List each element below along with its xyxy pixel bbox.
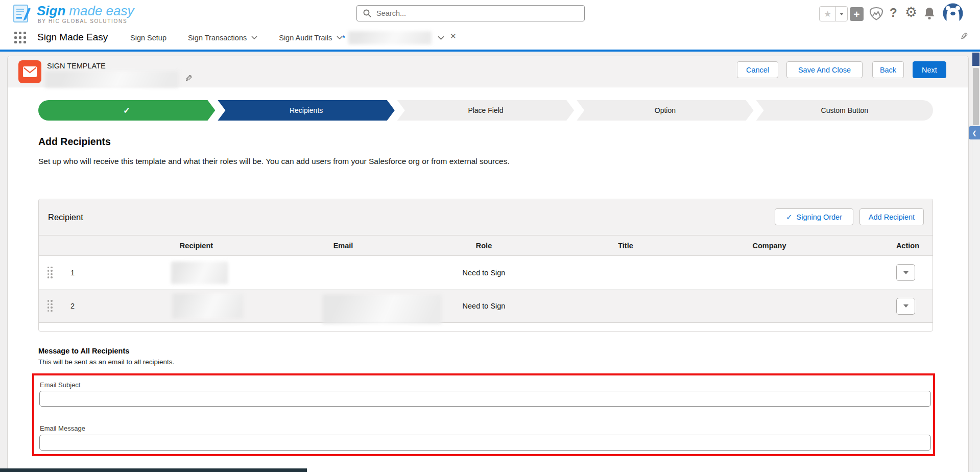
recipient-panel-header: Recipient ✓ Signing Order Add Recipient bbox=[39, 199, 933, 235]
question-glyph: ? bbox=[890, 6, 897, 20]
tab-label: Sign Audit Trails bbox=[279, 34, 332, 42]
column-title: Title bbox=[618, 242, 633, 250]
message-section-title: Message to All Recipients bbox=[38, 347, 129, 355]
add-recipient-button[interactable]: Add Recipient bbox=[859, 208, 924, 225]
message-section-subtitle: This will be sent as an email to all rec… bbox=[38, 358, 174, 366]
template-entity-icon bbox=[18, 60, 41, 83]
search-icon bbox=[363, 9, 371, 17]
app-name: Sign Made Easy bbox=[37, 32, 108, 43]
back-button[interactable]: Back bbox=[872, 61, 904, 78]
row-order: 2 bbox=[70, 302, 75, 310]
setup-gear-icon[interactable]: ⚙ bbox=[905, 4, 917, 20]
recipient-row-2: 2 Need to Sign bbox=[39, 290, 933, 323]
global-header: Signmade easy BY HIC GLOBAL SOLUTIONS ★ … bbox=[0, 0, 980, 26]
entity-label: SIGN TEMPLATE bbox=[47, 62, 106, 70]
chevron-left-icon: ❮ bbox=[972, 130, 976, 136]
edit-record-pencil-icon[interactable]: ✎ bbox=[185, 73, 193, 84]
drag-handle-icon[interactable] bbox=[47, 300, 53, 312]
app-nav-bar: Sign Made Easy Sign Setup Sign Transacti… bbox=[0, 26, 980, 50]
search-input[interactable] bbox=[376, 9, 578, 17]
notifications-bell-icon[interactable] bbox=[923, 7, 936, 20]
brand-wordmark: Signmade easy bbox=[37, 3, 134, 19]
path-step-place-field[interactable]: Place Field bbox=[397, 100, 574, 121]
edit-page-pencil-icon[interactable]: ✎ bbox=[960, 31, 968, 42]
app-launcher-waffle-icon[interactable] bbox=[14, 32, 27, 44]
collapse-panel-handle[interactable]: ❮ bbox=[969, 126, 980, 139]
row-order: 1 bbox=[70, 269, 75, 277]
email-message-label: Email Message bbox=[40, 424, 85, 432]
row-role: Need to Sign bbox=[463, 302, 506, 310]
brand-logo-icon bbox=[12, 4, 33, 26]
recipient-email-redacted bbox=[322, 294, 442, 324]
plus-icon: + bbox=[853, 9, 859, 19]
check-icon: ✓ bbox=[123, 105, 130, 116]
column-recipient: Recipient bbox=[180, 242, 213, 250]
gear-glyph: ⚙ bbox=[905, 4, 917, 20]
tab-sign-audit-trails[interactable]: Sign Audit Trails bbox=[279, 34, 343, 42]
brand-subtitle: BY HIC GLOBAL SOLUTIONS bbox=[38, 18, 127, 24]
recipient-table-header: Recipient Email Role Title Company Actio… bbox=[39, 235, 933, 256]
column-role: Role bbox=[476, 242, 492, 250]
caret-down-icon bbox=[903, 304, 909, 308]
brand-primary-text: Sign bbox=[37, 3, 65, 18]
caret-down-icon bbox=[840, 13, 844, 15]
path-step-custom-button[interactable]: Custom Button bbox=[756, 100, 933, 121]
tab-label: Sign Transactions bbox=[188, 34, 247, 42]
close-tab-icon[interactable]: ✕ bbox=[450, 32, 457, 41]
recipient-name-redacted bbox=[172, 293, 244, 319]
envelope-icon bbox=[23, 66, 37, 77]
drag-handle-icon[interactable] bbox=[47, 267, 53, 279]
favorites-menu-button[interactable] bbox=[835, 7, 847, 21]
scrollbar-thumb[interactable] bbox=[973, 68, 979, 125]
global-search[interactable] bbox=[356, 5, 585, 21]
recipient-panel-title: Recipient bbox=[48, 213, 83, 222]
record-name-redacted bbox=[45, 71, 179, 88]
chevron-down-icon[interactable] bbox=[251, 36, 257, 39]
path-step-option[interactable]: Option bbox=[577, 100, 753, 121]
chevron-down-icon[interactable] bbox=[438, 36, 444, 40]
save-and-close-button[interactable]: Save And Close bbox=[786, 61, 863, 78]
bottom-bar bbox=[0, 468, 307, 472]
caret-down-icon bbox=[903, 271, 909, 274]
wizard-path: ✓ Recipients Place Field Option Custom B… bbox=[38, 100, 933, 121]
path-step-recipients[interactable]: Recipients bbox=[218, 100, 394, 121]
help-icon[interactable]: ? bbox=[890, 6, 897, 20]
page-description: Set up who will receive this template an… bbox=[38, 157, 510, 166]
column-action: Action bbox=[896, 242, 933, 250]
column-email: Email bbox=[333, 242, 353, 250]
favorite-star-icon[interactable]: ★ bbox=[820, 7, 835, 21]
temp-tab-asterisk: * bbox=[342, 33, 345, 42]
recipient-name-redacted bbox=[171, 262, 228, 284]
tab-label: Sign Setup bbox=[130, 34, 166, 42]
email-message-input[interactable] bbox=[39, 435, 931, 451]
favorites-control[interactable]: ★ bbox=[819, 6, 848, 21]
user-avatar[interactable] bbox=[943, 3, 963, 26]
check-icon: ✓ bbox=[786, 213, 793, 222]
temp-tab-label-redacted[interactable] bbox=[348, 31, 432, 44]
row-action-menu-button[interactable] bbox=[896, 298, 915, 315]
signing-order-label: Signing Order bbox=[797, 213, 842, 221]
brand-secondary-text: made easy bbox=[69, 3, 134, 18]
email-subject-input[interactable] bbox=[39, 391, 931, 407]
page-title: Add Recipients bbox=[38, 136, 111, 148]
row-role: Need to Sign bbox=[463, 269, 506, 277]
recipient-row-1: 1 Need to Sign bbox=[39, 256, 933, 290]
trailhead-icon[interactable] bbox=[869, 7, 884, 21]
tab-sign-transactions[interactable]: Sign Transactions bbox=[188, 34, 257, 42]
recipient-panel: Recipient ✓ Signing Order Add Recipient … bbox=[38, 199, 933, 332]
tab-sign-setup[interactable]: Sign Setup bbox=[130, 34, 166, 42]
quick-create-button[interactable]: + bbox=[850, 7, 864, 21]
email-subject-label: Email Subject bbox=[40, 381, 80, 389]
row-action-menu-button[interactable] bbox=[896, 264, 915, 281]
column-company: Company bbox=[752, 242, 786, 250]
scrollbar-top-marker bbox=[972, 53, 979, 66]
cancel-button[interactable]: Cancel bbox=[737, 61, 778, 78]
path-step-complete[interactable]: ✓ bbox=[38, 100, 215, 121]
app-window: { "global_header": { "logo": { "brand_pr… bbox=[0, 0, 980, 472]
next-button[interactable]: Next bbox=[913, 61, 946, 78]
signing-order-button[interactable]: ✓ Signing Order bbox=[775, 208, 853, 225]
